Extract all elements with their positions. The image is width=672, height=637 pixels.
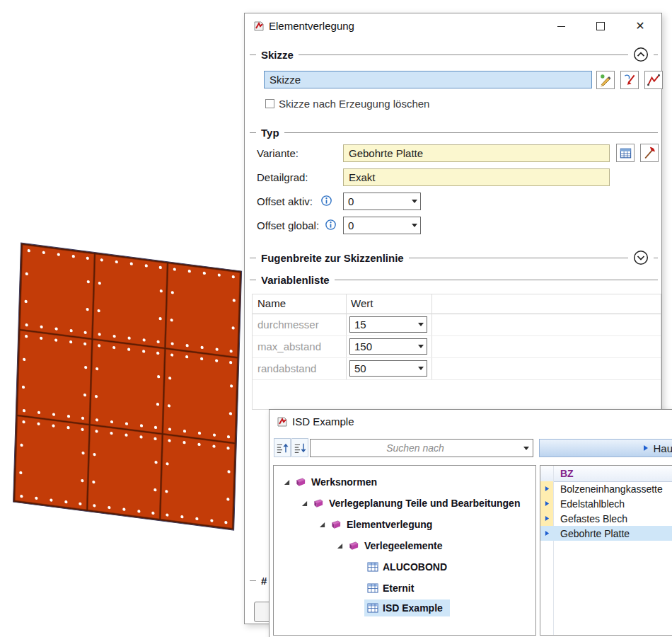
dialog-title: ISD Example [292,410,354,434]
variable-value: 150 [350,339,415,354]
offset-global-value: 0 [344,217,409,234]
titlebar[interactable]: Elementverlegung ✕ [245,13,661,39]
section-skizze-label: Skizze [261,49,294,61]
tree-item-label: ISD Example [383,602,443,614]
expand-section-button[interactable] [633,250,649,265]
book-icon [330,520,342,530]
tree-item-label: ALUCOBOND [383,561,447,573]
variable-value: 15 [350,317,415,332]
variable-name: randabstand [257,362,316,374]
bz-table: BZ Bolzeneinhangkassette Edelstahlblech … [540,465,672,636]
close-icon: ✕ [635,21,644,32]
table-icon [367,583,378,593]
row-arrow-icon [540,511,553,526]
column-header-wert: Wert [351,297,373,309]
bz-table-header[interactable]: BZ [540,466,672,482]
bz-row-label: Gebohrte Platte [560,526,630,541]
bz-row-bolzeneinhangkassette[interactable]: Bolzeneinhangkassette [540,481,672,496]
book-icon [294,477,307,488]
variable-value-dropdown[interactable]: 150 [349,338,427,355]
tree-item-verlegeplanung[interactable]: Verlegeplanung Teile und Bearbeitungen [274,493,535,514]
tree-collapse-all-button[interactable] [291,438,308,457]
catalog-table-icon [619,147,632,160]
section-partial-label: # [261,575,267,587]
pencil-sketch-icon [598,73,613,87]
tree-item-label: Verlegeelemente [364,540,443,551]
variante-catalog-button[interactable] [616,144,635,162]
app-icon [277,416,288,427]
maximize-button[interactable] [581,13,620,39]
sketch-edit-button[interactable] [596,71,615,89]
section-skizze: Skizze [250,47,658,62]
chevron-down-icon [415,361,427,376]
tree-item-alucobond[interactable]: ALUCOBOND [274,556,535,578]
offset-aktiv-dropdown[interactable]: 0 [343,193,421,210]
variable-value-dropdown[interactable]: 15 [349,316,427,333]
variable-name: max_abstand [257,340,321,352]
offset-global-dropdown[interactable]: 0 [343,217,421,234]
book-icon [312,498,325,509]
variable-name: durchmesser [257,318,319,331]
variante-label: Variante: [257,147,299,159]
bz-row-edelstahlblech[interactable]: Edelstahlblech [540,496,672,511]
bz-row-gebohrte-platte[interactable]: Gebohrte Platte [540,526,672,541]
chevron-down-icon [520,440,533,457]
bz-column-header: BZ [560,468,574,479]
tree-item-werksnormen[interactable]: Werksnormen [274,471,535,493]
tree-expander-icon[interactable] [319,522,325,528]
collapse-section-button[interactable] [633,47,649,62]
catalog-header-bar[interactable]: Hau [539,439,672,457]
bz-row-label: Edelstahlblech [560,496,625,511]
tree-item-eternit[interactable]: Eternit [274,578,535,599]
table-icon [367,562,378,572]
tree-item-verlegeelemente[interactable]: Verlegeelemente [274,535,535,556]
model-viewport[interactable] [4,238,248,542]
variable-value-dropdown[interactable]: 50 [349,360,427,377]
chevron-down-icon [409,193,420,210]
tree-expand-all-button[interactable] [274,438,291,457]
tree-expander-icon[interactable] [284,479,290,486]
row-arrow-icon [540,526,553,541]
tree-item-elementverlegung[interactable]: Elementverlegung [274,514,535,535]
variables-table-header: Name Wert [253,294,661,314]
variante-remove-button[interactable] [640,144,659,162]
red-axe-icon [642,146,656,160]
red-arrow-sketch-icon [622,73,637,87]
variables-table: Name Wert durchmesser 15 max_abstand 150… [252,294,661,410]
maximize-icon [596,22,605,30]
sketch-derive-button[interactable] [620,71,639,89]
close-button[interactable]: ✕ [620,13,660,39]
bz-row-label: Bolzeneinhangkassette [560,481,663,496]
table-row[interactable]: randabstand 50 [253,357,661,380]
app-icon [253,21,265,32]
tree-expander-icon[interactable] [337,543,343,549]
variante-value: Gebohrte Platte [349,147,423,159]
tree-item-isd-example[interactable]: ISD Example [274,597,535,619]
dialog-title: Elementverlegung [269,13,354,39]
catalog-header-label: Hau [653,442,672,454]
table-icon [367,603,378,613]
variable-value: 50 [350,361,415,376]
table-row[interactable]: max_abstand 150 [253,335,661,358]
chevron-down-icon [415,339,427,354]
row-arrow-icon [540,481,553,496]
search-input[interactable]: Suchen nach [310,439,533,457]
section-fugenbreite: Fugenbreite zur Skizzenlinie [250,250,658,265]
bz-row-label: Gefastes Blech [560,511,627,526]
bz-row-gefastes-blech[interactable]: Gefastes Blech [540,511,672,526]
section-typ: Typ [250,125,658,140]
titlebar[interactable]: ISD Example [270,410,672,434]
offset-aktiv-value: 0 [344,193,409,210]
section-variablenliste-label: Variablenliste [261,274,330,286]
minimize-button[interactable] [541,13,581,39]
tree-expander-icon[interactable] [301,500,308,507]
variante-input[interactable]: Gebohrte Platte [343,144,610,162]
skizze-input[interactable]: Skizze [264,71,592,88]
sketch-polyline-button[interactable] [644,71,663,89]
detailgrad-input[interactable]: Exakt [343,168,610,186]
play-arrow-icon [643,444,649,452]
search-placeholder: Suchen nach [311,442,520,454]
table-row[interactable]: durchmesser 15 [253,314,661,336]
tree-item-label: Elementverlegung [347,519,432,530]
delete-sketch-checkbox[interactable] [265,99,274,108]
